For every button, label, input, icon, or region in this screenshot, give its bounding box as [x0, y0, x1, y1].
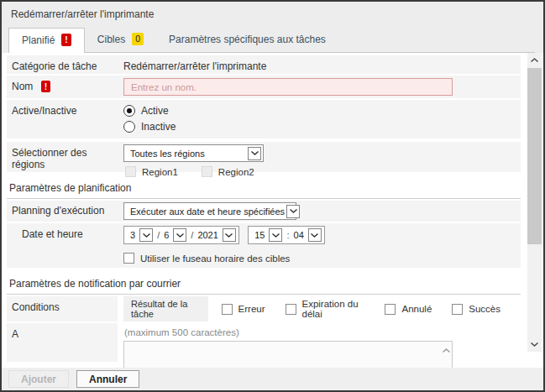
annule-checkbox[interactable]	[385, 304, 396, 315]
cancel-button[interactable]: Annuler	[76, 370, 139, 388]
chevron-down-icon	[269, 228, 282, 242]
tab-bar: Planifié ! Cibles 0 Paramètres spécifiqu…	[8, 28, 535, 53]
row-name: Nom !	[7, 76, 521, 98]
succes-checkbox[interactable]	[452, 304, 463, 315]
task-result-label: Résultat de la tâche	[123, 296, 208, 321]
time-select-group: 15 : 04	[248, 226, 325, 244]
task-dialog: Redémarrer/arrêter l'imprimante Planifié…	[0, 0, 545, 392]
vertical-scrollbar[interactable]	[527, 53, 542, 352]
chevron-up-icon	[531, 58, 538, 62]
chevron-down-icon	[308, 228, 322, 242]
day-select[interactable]: 6	[164, 228, 186, 242]
regions-select[interactable]: Toutes les régions	[123, 144, 264, 162]
section-planning: Paramètres de planification	[7, 174, 521, 199]
name-label: Nom	[12, 81, 33, 92]
radio-option-inactive[interactable]: Inactive	[123, 121, 521, 133]
error-badge-icon: !	[61, 34, 71, 46]
condition-succes[interactable]: Succès	[452, 304, 500, 315]
chevron-down-icon	[223, 228, 236, 242]
warning-badge-icon: 0	[132, 33, 144, 45]
name-input[interactable]	[123, 78, 453, 96]
dialog-header: Redémarrer/arrêter l'imprimante Planifié…	[2, 2, 543, 53]
erreur-checkbox[interactable]	[222, 304, 233, 315]
date-separator: /	[186, 230, 197, 240]
datetime-label: Date et heure	[7, 223, 118, 268]
scrollbar-track[interactable]	[527, 67, 542, 337]
checkbox-label: Annulé	[401, 304, 432, 314]
radio-label: Active	[141, 105, 169, 117]
regions-select-value: Toutes les régions	[130, 149, 205, 159]
required-badge-icon: !	[41, 81, 51, 92]
radio-button-icon[interactable]	[123, 121, 135, 133]
conditions-label: Conditions	[7, 296, 118, 321]
tab-cibles[interactable]: Cibles 0	[85, 28, 156, 52]
radio-option-active[interactable]: Active	[123, 105, 521, 117]
scroll-down-button[interactable]	[527, 337, 542, 352]
time-separator: :	[282, 230, 293, 240]
chevron-down-icon	[248, 147, 261, 160]
row-active-inactive: Active/Inactive Active Inactive	[7, 100, 521, 139]
radio-label: Inactive	[141, 121, 176, 133]
region1-checkbox[interactable]	[125, 166, 136, 177]
region1-option[interactable]: Region1	[125, 166, 178, 177]
chevron-down-icon	[286, 205, 300, 218]
tab-planifie[interactable]: Planifié !	[8, 28, 85, 53]
expiration-checkbox[interactable]	[286, 304, 296, 315]
month-select[interactable]: 3	[130, 228, 153, 242]
chevron-down-icon	[139, 228, 153, 242]
to-hint: (maximum 500 caractères)	[123, 323, 521, 341]
condition-annule[interactable]: Annulé	[385, 304, 432, 315]
scroll-up-button[interactable]	[527, 53, 542, 67]
to-label: A	[7, 323, 118, 362]
checkbox-label: Succès	[469, 304, 500, 314]
tab-label: Cibles	[97, 34, 125, 45]
category-label: Catégorie de tâche	[7, 55, 118, 74]
year-select[interactable]: 2021	[197, 228, 235, 242]
region2-option[interactable]: Region2	[202, 166, 254, 177]
to-textarea[interactable]	[123, 341, 453, 368]
timezone-option[interactable]: Utiliser le fuseau horaire des cibles	[123, 253, 290, 264]
checkbox-label: Utiliser le fuseau horaire des cibles	[140, 253, 290, 264]
dialog-title: Redémarrer/arrêter l'imprimante	[8, 8, 535, 20]
hour-select[interactable]: 15	[254, 228, 282, 242]
checkbox-label: Expiration du délai	[302, 299, 365, 319]
row-category: Catégorie de tâche Redémarrer/arrêter l'…	[7, 55, 521, 74]
row-schedule: Planning d'exécution Exécuter aux date e…	[7, 201, 521, 222]
row-conditions: Conditions Résultat de la tâche Erreur E…	[7, 296, 521, 321]
checkbox-label: Erreur	[238, 304, 265, 314]
checkbox-label: Region2	[218, 167, 254, 177]
date-separator: /	[153, 230, 164, 240]
timezone-checkbox[interactable]	[123, 253, 134, 264]
row-regions: Sélectionner des régions Toutes les régi…	[7, 142, 521, 172]
schedule-label: Planning d'exécution	[7, 201, 118, 222]
row-to: A (maximum 500 caractères)	[7, 323, 521, 362]
row-datetime: Date et heure 3 / 6	[7, 223, 521, 268]
category-value: Redémarrer/arrêter l'imprimante	[118, 55, 521, 74]
minute-select[interactable]: 04	[294, 228, 322, 242]
form-scroll-area: Catégorie de tâche Redémarrer/arrêter l'…	[2, 53, 543, 368]
tab-parametres-specifiques[interactable]: Paramètres spécifiques aux tâches	[156, 29, 338, 52]
schedule-select-value: Exécuter aux date et heure spécifiées	[130, 206, 285, 217]
tab-label: Planifié	[22, 34, 55, 46]
radio-button-icon[interactable]	[123, 105, 135, 117]
date-select-group: 3 / 6 /	[123, 226, 239, 244]
active-inactive-label: Active/Inactive	[7, 100, 118, 139]
schedule-select[interactable]: Exécuter aux date et heure spécifiées	[123, 202, 296, 220]
tab-label: Paramètres spécifiques aux tâches	[169, 34, 326, 45]
chevron-down-icon	[531, 342, 538, 347]
add-button[interactable]: Ajouter	[8, 370, 69, 388]
chevron-down-icon	[173, 228, 186, 242]
chevron-up-icon[interactable]	[443, 348, 450, 353]
condition-expiration[interactable]: Expiration du délai	[286, 299, 365, 319]
scrollbar-thumb[interactable]	[527, 68, 542, 244]
section-notification: Paramètres de notification par courrier	[7, 269, 521, 295]
region2-checkbox[interactable]	[202, 166, 212, 177]
regions-label: Sélectionner des régions	[7, 142, 118, 172]
dialog-footer: Ajouter Annuler	[2, 368, 543, 390]
condition-erreur[interactable]: Erreur	[222, 304, 265, 315]
checkbox-label: Region1	[142, 167, 178, 177]
